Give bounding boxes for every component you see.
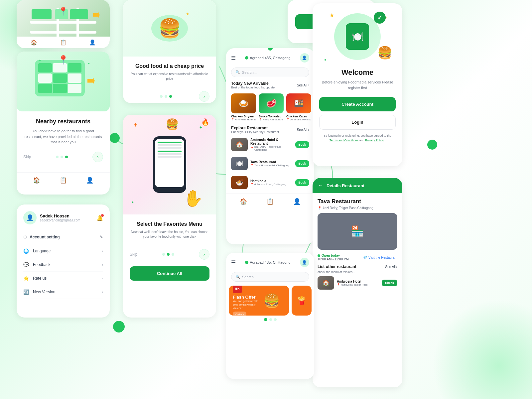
chickkatsu-name: Chicken Katsu	[286, 115, 311, 118]
explore-text-group: Explore Restaurant Check your City Near …	[231, 126, 279, 134]
haat-info: Haatkhola 📍 6 Surson Road, Chittagong	[250, 179, 293, 186]
back-arrow-icon[interactable]: ←	[318, 183, 323, 189]
utensils-icon: 🍽️	[352, 31, 363, 42]
nearby-restaurants-card: 📍 ✦ ● Nearby restaurants You don't have …	[17, 52, 110, 195]
flash-order-button[interactable]: Order ›	[233, 312, 246, 316]
onboard2-body: Select the Favorites Menu Now eat well, …	[123, 214, 216, 246]
next-arrow-button[interactable]: ›	[92, 152, 103, 162]
terms-link-2[interactable]: Privacy Policy	[365, 139, 384, 142]
bk-logo: BK	[233, 286, 242, 293]
notification-dot	[101, 214, 104, 217]
menu-item-rate[interactable]: ⭐ Rate us ›	[23, 272, 103, 285]
home2-search-bar[interactable]: 🔍 Search	[231, 272, 309, 282]
menu-item-version-left: 🔄 New Version	[23, 289, 55, 295]
home-nav-home-icon[interactable]: 🏠	[240, 198, 247, 205]
nearby-description: You don't have to go far to find a good …	[23, 128, 103, 145]
home2-hamburger-icon[interactable]: ☰	[231, 259, 236, 266]
nav-home-icon[interactable]: 🏠	[31, 39, 37, 46]
login-button[interactable]: Login	[319, 115, 396, 130]
onboard2-nav-row: Skip ›	[123, 246, 216, 263]
food-card-biryani[interactable]: 🍛 Chicken Biryani 📍 Ambrosia Hotel &	[231, 93, 256, 121]
version-label: New Version	[33, 290, 55, 294]
food-card-katsu[interactable]: 🥩 Sauce Tonkatsu 📍 Hang Restaurant,	[259, 93, 284, 121]
restaurant-item-tava[interactable]: 🍽️ Tava Restaurant 📍 Zakir Hossain Rd, C…	[231, 154, 309, 173]
map-grid	[38, 63, 81, 93]
details-header-title: Details Restaurant	[327, 183, 364, 188]
profile-email: sadekbranding@gmail.com	[40, 218, 96, 222]
haat-address: 📍 6 Surson Road, Chittagong	[250, 183, 293, 186]
notification-bell[interactable]: 🔔	[96, 215, 103, 221]
account-setting-label[interactable]: Account setting	[30, 235, 60, 239]
open-dot	[318, 254, 320, 257]
food-card-chickkatsu[interactable]: 🍱 Chicken Katsu 📍 Ambrosia Hotel &	[286, 93, 311, 121]
ambrosia-pin: 📍	[250, 147, 254, 150]
onboard1-next-button[interactable]: ›	[199, 91, 209, 102]
user-avatar[interactable]: 👤	[300, 53, 309, 63]
menu-item-feedback[interactable]: 💬 Feedback ›	[23, 258, 103, 272]
list-other-header: List other restaurant See All ›	[318, 264, 397, 269]
book-haat-button[interactable]: Book	[295, 179, 310, 186]
hand-icon: 🤚	[183, 189, 203, 208]
grid-cell-road-2	[38, 73, 52, 83]
home-header: ☰ Agrabad 435, Chittagong 👤	[226, 48, 314, 67]
nav-home-icon[interactable]: 🏠	[33, 177, 40, 184]
details-rest-address: 📍 kazi Deiry, Taiger Pass,Chittagong	[318, 206, 397, 210]
nav-orders-icon[interactable]: 📋	[60, 177, 67, 184]
check-restaurant-button[interactable]: Check	[382, 280, 397, 286]
onboard2-title: Select the Favorites Menu	[130, 221, 209, 227]
home-search-bar[interactable]: 🔍 Search...	[231, 67, 309, 77]
continue-all-button[interactable]: Continue All	[130, 266, 209, 281]
onboard1-dot-3-active	[169, 95, 172, 98]
tava-info: Tava Restaurant 📍 Zakir Hossain Rd, Chit…	[250, 160, 293, 167]
onboard1-title: Good food at a cheap price	[130, 63, 209, 69]
road-h2	[30, 31, 96, 34]
menu-item-version[interactable]: 🔄 New Version ›	[23, 285, 103, 299]
flash-offer-banner[interactable]: BK Flash Offer You can get here with 50%…	[229, 286, 289, 316]
onboard2-skip-label[interactable]: Skip	[130, 252, 137, 257]
food-cards-row: 🍛 Chicken Biryani 📍 Ambrosia Hotel & 🥩 S…	[226, 91, 314, 124]
hamburger-menu-icon[interactable]: ☰	[231, 55, 236, 61]
map-background: 📍 🏠 📋 👤	[17, 0, 110, 48]
welcome-register-card: 🍽️ 🍔 ✓ ★ ✦ ● ★ Welcome Before enjoying F…	[313, 3, 402, 166]
phone-screen	[155, 139, 184, 187]
nav-profile-icon[interactable]: 👤	[86, 177, 93, 184]
skip-label[interactable]: Skip	[23, 155, 31, 159]
list-other-arrow: ›	[396, 265, 397, 269]
building-1	[32, 9, 52, 19]
details-body: Tava Restaurant 📍 kazi Deiry, Taiger Pas…	[313, 193, 402, 295]
today-see-all[interactable]: See All ›	[297, 83, 309, 87]
home-nav-orders-icon[interactable]: 📋	[266, 198, 274, 205]
nav-list-icon[interactable]: 📋	[60, 39, 66, 46]
explore-subtitle: Check your City Near by Restaurant	[231, 130, 279, 134]
edit-icon[interactable]: ✎	[100, 235, 103, 239]
today-new-subtitle: Best of the today food list update	[231, 86, 275, 89]
onboard-cheap-price-card: 🍔 ★ Good food at a cheap price You can e…	[123, 0, 216, 103]
menu-item-language[interactable]: 🌐 Language ›	[23, 244, 103, 258]
explore-see-all[interactable]: See All ›	[297, 128, 309, 132]
dot-2	[61, 156, 63, 158]
terms-link-1[interactable]: Terms and Conditions	[330, 139, 358, 142]
tava-addr-text: Zakir Hossain Rd, Chittagong	[254, 164, 289, 167]
profile-info: Sadek Hossen sadekbranding@gmail.com	[40, 213, 96, 222]
book-ambrosia-button[interactable]: Book	[295, 141, 310, 148]
create-account-button[interactable]: Create Account	[319, 97, 396, 111]
visit-restaurant-link[interactable]: 💎 Visit the Restaurant	[363, 256, 397, 259]
details-addr-text: kazi Deiry, Taiger Pass,Chittagong	[323, 206, 373, 210]
home2-user-avatar[interactable]: 👤	[300, 258, 309, 267]
explore-see-all-label: See All	[297, 128, 307, 132]
other-restaurant-item[interactable]: 🏠 Ambrosia Hotel 📍 kazi Deiry, Taiger Pa…	[318, 276, 397, 290]
burger-side-icon: 🍔	[377, 46, 392, 60]
search-placeholder: Search...	[242, 70, 257, 74]
restaurant-item-ambrosia[interactable]: 🏠 Ambrosia Hotel & Restaurant 📍 kazi Dei…	[231, 135, 309, 154]
food-illustration: 🍔 ★	[151, 15, 188, 42]
restaurant-item-haatkhola[interactable]: 🍜 Haatkhola 📍 6 Surson Road, Chittagong …	[231, 173, 309, 192]
onboard2-next-button[interactable]: ›	[199, 249, 209, 260]
second-banner[interactable]: 🍟	[292, 286, 312, 316]
biryani-loc-text: Ambrosia Hotel &	[235, 118, 256, 121]
other-rest-name: Ambrosia Hotel	[337, 280, 379, 283]
book-tava-button[interactable]: Book	[295, 160, 310, 167]
home-nav-profile-icon[interactable]: 👤	[293, 198, 301, 205]
list-other-see-all[interactable]: See All ›	[385, 265, 397, 269]
grid-cell-5	[53, 84, 66, 93]
nav-profile-icon[interactable]: 👤	[89, 39, 96, 46]
